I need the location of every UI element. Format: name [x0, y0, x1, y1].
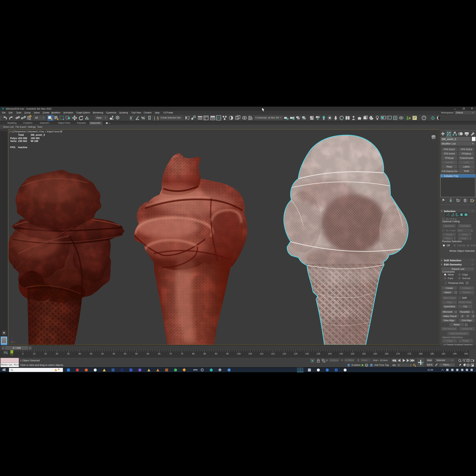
svg-text:85: 85 — [204, 353, 206, 355]
svg-text:140: 140 — [328, 353, 332, 355]
svg-text:180: 180 — [419, 353, 423, 355]
svg-text:45: 45 — [113, 353, 115, 355]
svg-text:195: 195 — [453, 353, 457, 355]
svg-text:190: 190 — [442, 353, 445, 355]
svg-text:25: 25 — [67, 353, 69, 355]
svg-text:15: 15 — [44, 353, 47, 355]
svg-text:?: ? — [423, 116, 425, 119]
svg-text:110: 110 — [260, 353, 263, 355]
svg-text:125: 125 — [294, 353, 298, 355]
svg-text:200: 200 — [464, 353, 468, 355]
svg-text:155: 155 — [362, 353, 366, 355]
svg-text:65: 65 — [158, 353, 161, 355]
svg-text:0: 0 — [11, 353, 12, 356]
svg-text:75: 75 — [181, 353, 183, 355]
svg-text:?: ? — [144, 116, 145, 118]
svg-text:{: { — [154, 116, 155, 120]
svg-text:165: 165 — [385, 353, 389, 355]
svg-text:5: 5 — [22, 353, 23, 355]
svg-text:?: ? — [132, 116, 133, 118]
svg-text:50: 50 — [124, 353, 126, 355]
svg-text:175: 175 — [408, 353, 411, 355]
svg-text:40: 40 — [101, 353, 104, 355]
svg-text:95: 95 — [226, 353, 229, 355]
svg-text:135: 135 — [316, 353, 320, 355]
svg-text:10: 10 — [33, 353, 35, 355]
svg-text:60: 60 — [147, 353, 149, 355]
svg-text:115: 115 — [271, 353, 275, 355]
svg-text:?: ? — [138, 116, 139, 118]
svg-text:150: 150 — [351, 353, 354, 355]
svg-text:100: 100 — [237, 353, 241, 355]
svg-text:35: 35 — [90, 353, 92, 355]
svg-text:}: } — [157, 116, 159, 120]
svg-text:120: 120 — [282, 353, 286, 355]
svg-text:145: 145 — [339, 353, 343, 355]
svg-text:105: 105 — [248, 353, 252, 355]
svg-text:170: 170 — [396, 353, 400, 355]
svg-text:3: 3 — [2, 108, 3, 110]
svg-text:3: 3 — [300, 369, 301, 371]
svg-text:160: 160 — [373, 353, 377, 355]
svg-text:70: 70 — [169, 353, 172, 355]
svg-text:80: 80 — [192, 353, 195, 355]
svg-text:3: 3 — [130, 116, 132, 120]
svg-text:20: 20 — [56, 353, 58, 355]
svg-text:55: 55 — [135, 353, 138, 355]
svg-text:90: 90 — [215, 353, 217, 355]
svg-text:30: 30 — [78, 353, 81, 355]
svg-text:185: 185 — [430, 353, 434, 355]
svg-text:130: 130 — [305, 353, 309, 355]
